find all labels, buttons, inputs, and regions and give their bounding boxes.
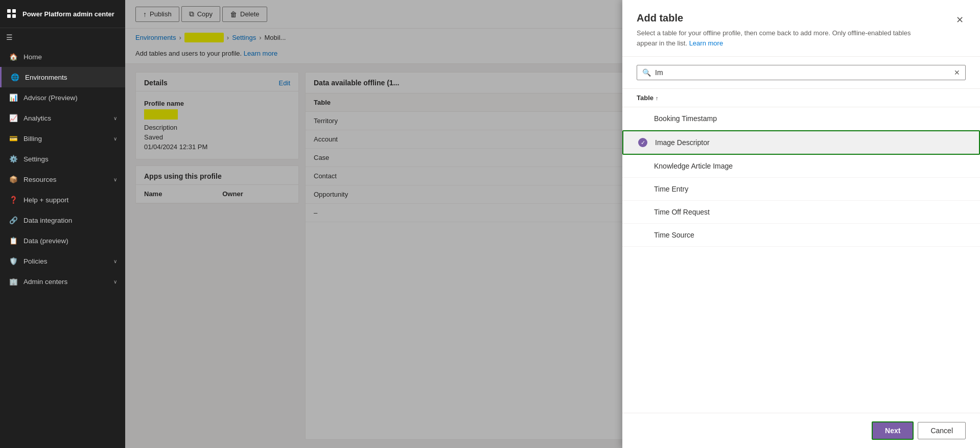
table-item-name: Image Descriptor: [655, 138, 710, 147]
admin-centers-icon: 🏢: [8, 276, 18, 287]
help-icon: ❓: [8, 195, 18, 205]
app-title: Power Platform admin center: [22, 10, 114, 18]
sidebar-item-resources[interactable]: 📦 Resources ∨: [0, 169, 125, 190]
check-placeholder: [637, 207, 647, 217]
sidebar-label-policies: Policies: [24, 257, 108, 265]
table-item-name: Time Entry: [654, 185, 688, 193]
side-panel-learn-more-link[interactable]: Learn more: [689, 39, 723, 47]
sidebar-toggle-btn[interactable]: ☰: [0, 28, 125, 46]
table-item-name: Booking Timestamp: [654, 114, 717, 123]
policies-icon: 🛡️: [8, 256, 18, 266]
table-item-name: Time Off Request: [654, 208, 710, 216]
sidebar-label-settings: Settings: [24, 155, 117, 163]
sidebar-label-billing: Billing: [24, 135, 108, 143]
sidebar-item-settings[interactable]: ⚙️ Settings: [0, 149, 125, 169]
advisor-icon: 📊: [8, 92, 18, 103]
list-item-time-off-request[interactable]: Time Off Request: [622, 201, 980, 224]
list-item-time-source[interactable]: Time Source: [622, 224, 980, 247]
sidebar-item-analytics[interactable]: 📈 Analytics ∨: [0, 108, 125, 128]
list-item-image-descriptor[interactable]: ✓ Image Descriptor: [622, 130, 980, 155]
sidebar-item-data-preview[interactable]: 📋 Data (preview): [0, 230, 125, 251]
sidebar-item-billing[interactable]: 💳 Billing ∨: [0, 128, 125, 149]
data-integration-icon: 🔗: [8, 215, 18, 225]
side-panel-header-content: Add table Select a table for your offlin…: [637, 12, 923, 48]
settings-icon: ⚙️: [8, 154, 18, 164]
sidebar: Power Platform admin center ☰ 🏠 Home 🌐 E…: [0, 0, 125, 448]
close-icon[interactable]: ✕: [954, 12, 966, 28]
sidebar-label-analytics: Analytics: [24, 114, 108, 122]
sidebar-label-home: Home: [24, 53, 117, 61]
table-column-label: Table: [637, 94, 654, 102]
home-icon: 🏠: [8, 52, 18, 62]
side-panel-header: Add table Select a table for your offlin…: [622, 0, 980, 57]
svg-rect-3: [12, 14, 16, 18]
sort-ascending-icon: ↑: [656, 95, 659, 101]
sidebar-item-help[interactable]: ❓ Help + support: [0, 190, 125, 210]
check-icon: ✓: [638, 137, 648, 148]
sidebar-label-data-preview: Data (preview): [24, 237, 117, 245]
cancel-button[interactable]: Cancel: [918, 422, 966, 439]
sidebar-header: Power Platform admin center: [0, 0, 125, 28]
data-preview-icon: 📋: [8, 235, 18, 246]
billing-chevron-icon: ∨: [113, 136, 117, 142]
side-panel-title: Add table: [637, 12, 923, 24]
sidebar-item-data-integration[interactable]: 🔗 Data integration: [0, 210, 125, 230]
table-item-name: Knowledge Article Image: [654, 162, 733, 170]
svg-rect-2: [7, 14, 11, 18]
sidebar-label-data-integration: Data integration: [24, 217, 117, 224]
list-item-knowledge-article-image[interactable]: Knowledge Article Image: [622, 155, 980, 178]
table-item-name: Time Source: [654, 231, 694, 239]
resources-chevron-icon: ∨: [113, 177, 117, 182]
environments-icon: 🌐: [10, 72, 20, 82]
side-panel-description: Select a table for your offline profile,…: [637, 28, 923, 48]
table-list-header: Table ↑: [622, 89, 980, 107]
search-icon: 🔍: [642, 68, 651, 77]
analytics-chevron-icon: ∨: [113, 115, 117, 121]
admin-centers-chevron-icon: ∨: [113, 279, 117, 285]
app-grid-icon: [6, 8, 17, 19]
search-area: 🔍 ✕: [622, 57, 980, 89]
policies-chevron-icon: ∨: [113, 258, 117, 264]
side-panel-desc-text: Select a table for your offline profile,…: [637, 29, 911, 47]
sidebar-item-environments[interactable]: 🌐 Environments: [0, 67, 125, 87]
add-table-panel: Add table Select a table for your offlin…: [622, 0, 980, 448]
table-list: Table ↑ Booking Timestamp ✓ Image Descri…: [622, 89, 980, 413]
sidebar-label-help: Help + support: [24, 196, 117, 204]
sidebar-label-environments: Environments: [25, 74, 117, 81]
next-button[interactable]: Next: [872, 421, 914, 440]
svg-rect-0: [7, 9, 11, 13]
sidebar-label-resources: Resources: [24, 176, 108, 183]
checkmark-icon: ✓: [638, 138, 647, 147]
search-box: 🔍 ✕: [637, 65, 966, 80]
list-item-time-entry[interactable]: Time Entry: [622, 178, 980, 201]
sidebar-item-admin-centers[interactable]: 🏢 Admin centers ∨: [0, 271, 125, 292]
resources-icon: 📦: [8, 174, 18, 184]
check-placeholder: [637, 184, 647, 194]
sidebar-item-home[interactable]: 🏠 Home: [0, 46, 125, 67]
billing-icon: 💳: [8, 133, 18, 144]
sidebar-item-advisor[interactable]: 📊 Advisor (Preview): [0, 87, 125, 108]
side-panel-footer: Next Cancel: [622, 413, 980, 448]
check-placeholder: [637, 230, 647, 240]
search-clear-icon[interactable]: ✕: [954, 68, 960, 77]
svg-rect-1: [12, 9, 16, 13]
sidebar-item-policies[interactable]: 🛡️ Policies ∨: [0, 251, 125, 271]
analytics-icon: 📈: [8, 113, 18, 123]
check-placeholder: [637, 161, 647, 171]
list-item-booking-timestamp[interactable]: Booking Timestamp: [622, 107, 980, 130]
sidebar-label-admin-centers: Admin centers: [24, 278, 108, 286]
search-input[interactable]: [655, 68, 950, 77]
check-placeholder: [637, 113, 647, 124]
sidebar-label-advisor: Advisor (Preview): [24, 94, 117, 102]
